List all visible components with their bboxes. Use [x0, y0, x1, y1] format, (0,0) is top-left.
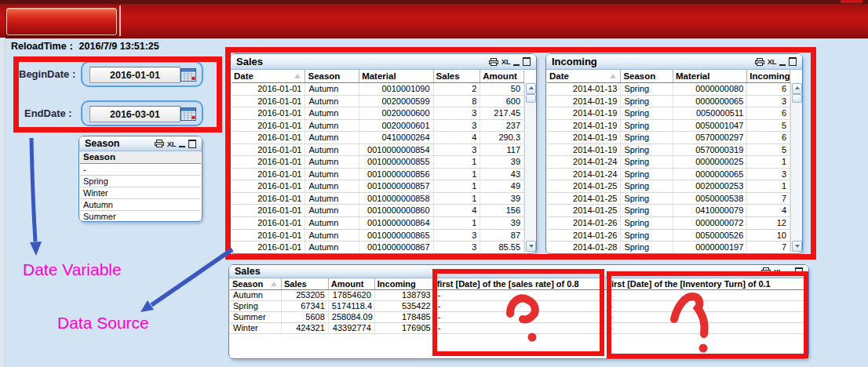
table-row[interactable]: 2014-01-19Spring00500005116: [547, 107, 790, 120]
column-header[interactable]: Date: [232, 70, 305, 82]
print-icon[interactable]: [755, 58, 764, 66]
column-header[interactable]: first [Date] of the [Inventory Turn] of …: [606, 278, 808, 289]
table-row[interactable]: 2014-01-19Spring00000000653: [547, 96, 790, 108]
table-row[interactable]: 2016-01-01Autumn00200006013237: [232, 120, 524, 133]
season-field-header[interactable]: Season: [80, 151, 201, 164]
scroll-down-button[interactable]: [792, 241, 802, 252]
minimize-icon[interactable]: [779, 58, 786, 66]
maximize-icon[interactable]: [795, 267, 803, 276]
table-cell: Autumn: [305, 193, 359, 205]
sales-caption-bar[interactable]: Sales XL: [231, 54, 536, 70]
table-row[interactable]: 2016-01-01Autumn00100000008543117: [232, 144, 524, 157]
excel-export-icon[interactable]: XL: [768, 57, 776, 66]
column-header[interactable]: Date: [547, 70, 621, 82]
column-header[interactable]: Material: [673, 70, 747, 82]
table-row[interactable]: 2016-01-01Autumn00200006003217.45: [232, 107, 524, 120]
table-row[interactable]: 2014-01-19Spring05700002976: [547, 132, 790, 144]
table-row[interactable]: 2014-01-13Spring00000000806: [547, 83, 790, 96]
table-cell: 2016-01-01: [232, 169, 305, 180]
table-row[interactable]: 2014-01-19Spring00500010475: [547, 120, 790, 133]
minimize-icon[interactable]: [513, 58, 520, 66]
table-row[interactable]: Winter42432143392774176905--: [230, 323, 808, 334]
print-icon[interactable]: [489, 58, 498, 66]
maximize-icon[interactable]: [188, 140, 196, 148]
maximize-icon[interactable]: [789, 57, 797, 66]
active-sheet-tab[interactable]: [6, 8, 117, 35]
print-icon[interactable]: [761, 267, 771, 275]
begindate-calendar-button[interactable]: [181, 67, 196, 82]
table-row[interactable]: 2016-01-01Autumn00200005998600: [232, 96, 524, 108]
scroll-down-button[interactable]: [526, 241, 536, 252]
scrollbar-thumb[interactable]: [792, 94, 802, 103]
table-cell: 4: [434, 205, 481, 216]
table-row[interactable]: 2016-01-01Autumn0010000000856143: [232, 169, 524, 181]
table-cell: Spring: [621, 144, 673, 156]
table-cell: Autumn: [305, 120, 359, 132]
table-row[interactable]: 2016-01-01Autumn0010000000865387: [232, 230, 524, 242]
column-header[interactable]: Amount: [329, 278, 375, 289]
table-row[interactable]: Summer5608258084.09178485--: [230, 312, 808, 323]
scroll-up-button[interactable]: [526, 83, 536, 94]
column-header[interactable]: Material: [359, 70, 433, 82]
excel-export-icon[interactable]: XL: [167, 140, 176, 148]
column-header[interactable]: Season: [230, 278, 282, 289]
column-header[interactable]: first [Date] of the [sales rate] of 0.8: [435, 278, 607, 289]
table-row[interactable]: 2014-01-25Spring04100000794: [547, 205, 790, 217]
table-row[interactable]: 2016-01-01Autumn0010000000855139: [232, 156, 524, 169]
table-row[interactable]: 2014-01-26Spring000000007212: [547, 217, 790, 230]
column-header[interactable]: Sales: [434, 70, 481, 82]
column-header[interactable]: Season: [621, 70, 673, 82]
list-item[interactable]: Summer: [80, 211, 201, 220]
table-row[interactable]: 2016-01-01Autumn0010000000864139: [232, 217, 524, 230]
data-source-annotation: Data Source: [57, 314, 149, 332]
table-cell: 5: [747, 120, 790, 132]
column-header[interactable]: Sales: [282, 278, 329, 289]
vertical-scrollbar[interactable]: [790, 82, 801, 253]
table-row[interactable]: 2016-01-01Autumn0010000000858139: [232, 193, 524, 205]
list-item[interactable]: -: [80, 164, 201, 176]
table-row[interactable]: 2014-01-25Spring00200002531: [547, 180, 790, 193]
summary-caption-bar[interactable]: Sales XL: [229, 265, 808, 278]
table-cell: Summer: [230, 312, 282, 322]
table-row[interactable]: 2016-01-01Autumn0010000000857149: [232, 180, 524, 193]
table-cell: Spring: [621, 180, 673, 192]
table-row[interactable]: 2014-01-25Spring00500005387: [547, 193, 790, 205]
table-row[interactable]: 2016-01-01Autumn00100000008604156: [232, 205, 524, 217]
table-cell: 2016-01-01: [232, 132, 305, 144]
scrollbar-thumb[interactable]: [526, 94, 536, 103]
column-header[interactable]: Incoming: [375, 278, 435, 289]
season-caption-bar[interactable]: Season XL: [79, 136, 202, 151]
table-cell: 0010000000856: [359, 169, 433, 180]
list-item[interactable]: Autumn: [80, 199, 201, 211]
calendar-icon: [181, 67, 196, 82]
minimize-icon[interactable]: [179, 140, 185, 147]
excel-export-icon[interactable]: XL: [501, 57, 510, 66]
table-row[interactable]: 2014-01-26Spring005000052610: [547, 230, 790, 242]
vertical-scrollbar[interactable]: [524, 82, 535, 253]
table-row[interactable]: 2016-01-01Autumn0010001090250: [232, 83, 524, 96]
table-row[interactable]: 2014-01-24Spring00000000653: [547, 169, 790, 181]
table-row[interactable]: 2014-01-19Spring05700003195: [547, 144, 790, 157]
scroll-up-button[interactable]: [792, 83, 802, 94]
print-icon[interactable]: [155, 140, 164, 147]
table-cell: 1: [434, 193, 481, 205]
table-row[interactable]: 2016-01-01Autumn04100002644290.3: [232, 132, 524, 144]
column-header[interactable]: Season: [305, 70, 359, 82]
incoming-caption-bar[interactable]: Incoming XL: [546, 54, 802, 70]
maximize-icon[interactable]: [523, 57, 531, 66]
table-row[interactable]: 2016-01-01Autumn0010000000867385.55: [232, 242, 524, 253]
enddate-calendar-button[interactable]: [181, 107, 196, 121]
column-header[interactable]: Amount: [480, 70, 524, 82]
excel-export-icon[interactable]: XL: [774, 267, 782, 276]
table-row[interactable]: 2014-01-24Spring00000000251: [547, 156, 790, 169]
list-item[interactable]: Winter: [80, 187, 201, 199]
table-cell: 1: [434, 217, 481, 229]
list-item[interactable]: Spring: [80, 176, 201, 187]
minimize-icon[interactable]: [786, 267, 792, 275]
begindate-input[interactable]: [89, 67, 181, 83]
enddate-input[interactable]: [89, 106, 181, 122]
table-row[interactable]: Spring673415174118.4535422--: [230, 301, 808, 312]
table-row[interactable]: Autumn25320517854620138793--: [230, 290, 808, 301]
table-row[interactable]: 2014-01-28Spring00000001977: [547, 242, 790, 253]
column-header[interactable]: Incoming: [747, 70, 790, 82]
